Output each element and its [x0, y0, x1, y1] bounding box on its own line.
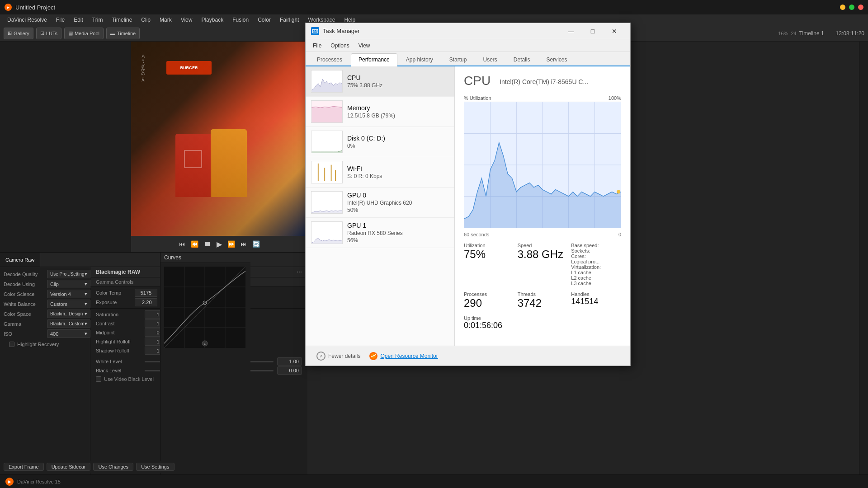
tm-close-button[interactable]: ✕	[604, 23, 625, 39]
time-start: 60 seconds	[464, 232, 489, 237]
step-back-button[interactable]: ⏪	[191, 240, 198, 248]
go-start-button[interactable]: ⏮	[179, 240, 185, 248]
white-balance-dropdown[interactable]: Custom ▾	[47, 300, 90, 308]
close-button[interactable]	[858, 5, 863, 10]
timeline-button[interactable]: ▬ Timeline	[106, 28, 140, 39]
tab-processes[interactable]: Processes	[309, 53, 350, 66]
task-manager-titlebar: Task Manager — □ ✕	[306, 23, 630, 39]
resource-item-disk[interactable]: Disk 0 (C: D:) 0%	[306, 127, 454, 157]
gamma-dropdown[interactable]: Blackm...Custom ▾	[47, 319, 90, 328]
loop-button[interactable]: 🔄	[252, 240, 260, 248]
gpu1-resource-info: GPU 1 Radeon RX 580 Series 56%	[347, 222, 449, 244]
app-icon: ▶	[5, 4, 12, 11]
exposure-value[interactable]: -2.20	[135, 298, 157, 306]
resource-item-gpu1[interactable]: GPU 1 Radeon RX 580 Series 56%	[306, 218, 454, 248]
uptime-value: 0:01:56:06	[464, 321, 621, 331]
preview-area: ろうざかの人り BURGER	[131, 42, 307, 236]
cpu-sparkline	[311, 70, 343, 93]
tab-app-history[interactable]: App history	[398, 53, 441, 66]
curves-graph[interactable]: ▲	[160, 263, 250, 353]
minimize-button[interactable]	[840, 5, 845, 10]
step-forward-button[interactable]: ⏩	[227, 240, 235, 248]
cpu-resource-name: CPU	[347, 74, 449, 81]
menu-trim[interactable]: Trim	[89, 16, 107, 24]
tab-users[interactable]: Users	[475, 53, 505, 66]
highlight-recovery-row: Highlight Recovery	[4, 340, 86, 349]
resource-item-cpu[interactable]: CPU 75% 3.88 GHz	[306, 66, 454, 97]
preview-image: ろうざかの人り BURGER	[131, 42, 307, 236]
gallery-button[interactable]: ⊞ Gallery	[4, 28, 33, 39]
luts-icon: ⊡	[40, 30, 44, 36]
resource-item-wifi[interactable]: Wi-Fi S: 0 R: 0 Kbps	[306, 157, 454, 188]
threads-label: Threads	[518, 291, 568, 297]
use-settings-button[interactable]: Use Settings	[136, 463, 174, 471]
menu-clip[interactable]: Clip	[137, 16, 154, 24]
tm-minimize-button[interactable]: —	[561, 23, 581, 39]
highlight-recovery-checkbox[interactable]	[9, 342, 14, 347]
gpu0-resource-info: GPU 0 Intel(R) UHD Graphics 620 50%	[347, 192, 449, 213]
tab-services[interactable]: Services	[539, 53, 575, 66]
use-video-black-checkbox[interactable]	[96, 376, 101, 382]
tm-menu-view[interactable]: View	[355, 42, 374, 50]
color-space-dropdown[interactable]: Blackm...Design ▾	[47, 310, 90, 318]
decode-using-dropdown[interactable]: Clip ▾	[47, 280, 90, 288]
update-sidecar-button[interactable]: Update Sidecar	[47, 463, 91, 471]
export-frame-button[interactable]: Export Frame	[4, 463, 44, 471]
gpu1-resource-name: GPU 1	[347, 222, 449, 229]
decode-quality-dropdown[interactable]: Use Pro...Setting ▾	[47, 270, 90, 278]
play-button[interactable]: ▶	[217, 240, 222, 249]
menu-timeline[interactable]: Timeline	[108, 16, 136, 24]
color-temp-label: Color Temp	[96, 290, 132, 296]
open-resource-monitor-link[interactable]: Open Resource Monitor	[369, 352, 438, 360]
white-level-value[interactable]: 1.00	[277, 357, 302, 366]
color-temp-value[interactable]: 5175	[135, 289, 157, 297]
maximize-button[interactable]	[849, 5, 854, 10]
stop-button[interactable]: ⏹	[204, 240, 211, 248]
go-end-button[interactable]: ⏭	[241, 240, 247, 248]
fewer-details-button[interactable]: ∧ Fewer details	[313, 350, 364, 362]
menu-file[interactable]: File	[52, 16, 68, 24]
speed-stat: Speed 3.88 GHz	[518, 243, 568, 286]
handles-stat: Handles 141514	[571, 291, 621, 310]
menu-playback[interactable]: Playback	[198, 16, 227, 24]
threads-value: 3742	[518, 297, 568, 310]
iso-dropdown[interactable]: 400 ▾	[47, 329, 90, 338]
tm-menu-file[interactable]: File	[309, 42, 325, 50]
menu-mark[interactable]: Mark	[156, 16, 175, 24]
svg-point-41	[617, 190, 620, 194]
stats-grid: Utilization 75% Speed 3.88 GHz Base spee…	[464, 243, 621, 286]
menu-fairlight[interactable]: Fairlight	[276, 16, 303, 24]
saturation-label: Saturation	[96, 312, 141, 317]
menu-davinci[interactable]: DaVinci Resolve	[4, 16, 51, 24]
tab-startup[interactable]: Startup	[442, 53, 475, 66]
timeline-icon: ▬	[110, 31, 115, 36]
tab-performance[interactable]: Performance	[351, 53, 397, 66]
disk-resource-info: Disk 0 (C: D:) 0%	[347, 135, 449, 149]
tm-maximize-button[interactable]: □	[582, 23, 603, 39]
zoom-level[interactable]: 16%	[778, 31, 788, 36]
logical-label: Logical pro...	[571, 259, 621, 264]
media-pool-button[interactable]: ▤ Media Pool	[64, 28, 104, 39]
camera-raw-tab[interactable]: Camera Raw	[0, 253, 40, 267]
tab-details[interactable]: Details	[506, 53, 538, 66]
disk-sparkline	[311, 131, 343, 153]
cpu-detail-panel: CPU Intel(R) Core(TM) i7-8565U C... % Ut…	[455, 66, 630, 346]
menu-view[interactable]: View	[177, 16, 196, 24]
braw-options-icon[interactable]: ⋯	[297, 269, 302, 275]
menu-fusion[interactable]: Fusion	[229, 16, 252, 24]
menu-color[interactable]: Color	[254, 16, 274, 24]
svg-text:▲: ▲	[203, 342, 207, 346]
use-changes-button[interactable]: Use Changes	[93, 463, 133, 471]
timecode: 13:08:11:20	[836, 30, 864, 37]
cores-label: Cores:	[571, 253, 621, 259]
resource-item-memory[interactable]: Memory 12.5/15.8 GB (79%)	[306, 97, 454, 127]
gpu1-value-line1: Radeon RX 580 Series	[347, 230, 449, 236]
luts-button[interactable]: ⊡ LUTs	[36, 28, 61, 39]
black-level-value[interactable]: 0.00	[277, 366, 302, 375]
l1-cache-label: L1 cache:	[571, 270, 621, 275]
time-labels: 60 seconds 0	[464, 232, 621, 237]
menu-edit[interactable]: Edit	[70, 16, 87, 24]
tm-menu-options[interactable]: Options	[327, 42, 353, 50]
resource-item-gpu0[interactable]: GPU 0 Intel(R) UHD Graphics 620 50%	[306, 188, 454, 218]
color-science-dropdown[interactable]: Version 4 ▾	[47, 290, 90, 298]
